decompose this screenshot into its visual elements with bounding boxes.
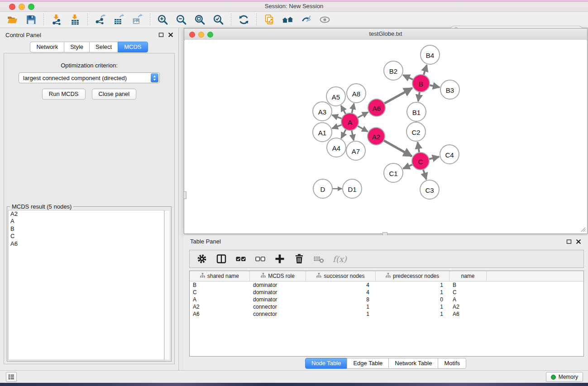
close-table-panel-icon[interactable]: [576, 238, 582, 244]
column-header-mcds-role[interactable]: MCDS role: [250, 271, 306, 281]
column-header-shared-name[interactable]: shared name: [190, 271, 250, 281]
deselect-all-icon[interactable]: [254, 252, 268, 266]
graph-node-A1[interactable]: A1: [313, 123, 332, 142]
toolbar-group: [94, 14, 143, 26]
mcds-result-item[interactable]: A6: [9, 240, 164, 248]
import-table-icon[interactable]: [69, 14, 81, 26]
graph-node-A5[interactable]: A5: [326, 87, 345, 106]
refresh-icon[interactable]: [238, 14, 250, 26]
table-row[interactable]: Cdominator41C: [190, 289, 583, 296]
graph-node-D[interactable]: D: [313, 179, 332, 198]
tab-motifs[interactable]: Motifs: [438, 358, 466, 369]
column-header-successor-nodes[interactable]: successor nodes: [306, 271, 376, 281]
graph-node-A8[interactable]: A8: [347, 84, 366, 103]
tab-select[interactable]: Select: [89, 42, 118, 52]
svg-text:D: D: [320, 186, 325, 193]
mcds-result-item[interactable]: A: [9, 218, 164, 225]
select-all-icon[interactable]: [234, 252, 248, 266]
tab-style[interactable]: Style: [64, 42, 90, 52]
network-canvas[interactable]: B4B2BB3A8A5A6A3B1AC2A1A2A4A7C4CC1DD1C3: [185, 40, 587, 233]
memory-button[interactable]: Memory: [546, 372, 583, 382]
graph-node-B[interactable]: B: [412, 75, 430, 92]
network-window-titlebar[interactable]: testGlobe.txt: [184, 29, 587, 40]
close-panel-button[interactable]: Close panel: [92, 89, 137, 100]
tab-network-table[interactable]: Network Table: [388, 358, 438, 369]
resize-grip-icon[interactable]: [580, 226, 586, 232]
graph-node-C4[interactable]: C4: [440, 145, 459, 164]
task-history-button[interactable]: [6, 372, 17, 382]
float-panel-icon[interactable]: [158, 32, 164, 38]
export-table-icon[interactable]: [113, 14, 125, 26]
network-graph[interactable]: B4B2BB3A8A5A6A3B1AC2A1A2A4A7C4CC1DD1C3: [185, 40, 588, 234]
graph-node-A4[interactable]: A4: [327, 138, 346, 157]
graph-node-C1[interactable]: C1: [384, 163, 403, 182]
export-network-icon[interactable]: [94, 14, 106, 26]
float-table-panel-icon[interactable]: [566, 238, 572, 244]
import-network-icon[interactable]: [50, 14, 62, 26]
table-row[interactable]: A6connector11A6: [190, 310, 583, 318]
graph-node-A7[interactable]: A7: [346, 141, 365, 160]
zoom-in-icon[interactable]: [157, 14, 169, 26]
open-session-icon[interactable]: [6, 14, 19, 26]
column-label: predecessor nodes: [393, 273, 439, 279]
graph-node-B4[interactable]: B4: [421, 45, 440, 64]
column-header-predecessor-nodes[interactable]: predecessor nodes: [376, 271, 449, 281]
graph-node-C2[interactable]: C2: [406, 122, 425, 141]
table-row[interactable]: A2connector11A2: [190, 303, 583, 310]
zoom-fit-icon[interactable]: [194, 14, 206, 26]
graph-node-D1[interactable]: D1: [343, 179, 362, 198]
table-cell: 1: [376, 289, 449, 295]
graph-node-C3[interactable]: C3: [420, 180, 439, 199]
column-header-name[interactable]: name: [449, 271, 487, 281]
zoom-out-icon[interactable]: [175, 14, 187, 26]
columns-icon[interactable]: [215, 252, 229, 266]
show-details-icon[interactable]: [319, 14, 331, 26]
svg-text:A6: A6: [373, 105, 381, 112]
graph-node-A2[interactable]: A2: [368, 128, 385, 145]
graph-node-B2[interactable]: B2: [384, 61, 403, 80]
toolbar-group: [238, 14, 250, 26]
table-cell: 1: [376, 304, 449, 310]
graph-node-A[interactable]: A: [341, 113, 359, 130]
graph-node-A6[interactable]: A6: [368, 99, 385, 116]
run-mcds-button[interactable]: Run MCDS: [42, 89, 86, 100]
save-session-icon[interactable]: [25, 14, 37, 26]
layout-icon[interactable]: [282, 14, 294, 26]
tab-node-table[interactable]: Node Table: [305, 358, 348, 369]
svg-text:B1: B1: [412, 109, 421, 116]
close-panel-icon[interactable]: [168, 32, 174, 38]
graph-node-B3[interactable]: B3: [440, 80, 459, 99]
mcds-result-list[interactable]: A2ABCA6: [8, 210, 164, 360]
tab-edge-table[interactable]: Edge Table: [347, 358, 389, 369]
optimization-criterion-select[interactable]: largest connected component (directed): [19, 72, 160, 83]
clone-network-icon[interactable]: [263, 14, 275, 26]
svg-text:A5: A5: [332, 93, 340, 101]
zoom-selected-icon[interactable]: [212, 14, 225, 26]
table-toolbar: f(x): [189, 250, 584, 268]
gear-icon[interactable]: [196, 252, 209, 266]
hide-details-icon[interactable]: [300, 14, 312, 26]
export-image-icon[interactable]: [131, 14, 143, 26]
graph-node-C[interactable]: C: [412, 152, 429, 170]
main-toolbar-groups: [6, 14, 331, 26]
table-cell: 1: [376, 282, 449, 288]
graph-node-B1[interactable]: B1: [407, 102, 426, 121]
graph-node-A3[interactable]: A3: [313, 102, 332, 121]
tab-network[interactable]: Network: [30, 42, 64, 52]
table-row[interactable]: Bdominator41B: [190, 281, 583, 289]
result-scrollbar[interactable]: [164, 210, 170, 360]
network-window-title: testGlobe.txt: [184, 30, 587, 37]
delete-row-icon[interactable]: [293, 252, 306, 266]
mcds-result-item[interactable]: C: [9, 233, 164, 240]
table-row[interactable]: Adominator80A: [190, 296, 583, 303]
mcds-result-item[interactable]: B: [9, 225, 164, 233]
list-icon: [7, 373, 15, 381]
panel-resize-handle[interactable]: [183, 191, 186, 199]
table-cell: A2: [190, 304, 250, 310]
tab-mcds[interactable]: MCDS: [118, 42, 148, 52]
add-row-icon[interactable]: [273, 252, 287, 266]
network-view-window: testGlobe.txt B4B2BB3A8A5A6A3B1AC2A1A2A4…: [184, 28, 588, 234]
tree-icon: [261, 273, 266, 279]
mcds-result-item[interactable]: A2: [9, 210, 164, 218]
column-header-filler: [487, 271, 583, 281]
